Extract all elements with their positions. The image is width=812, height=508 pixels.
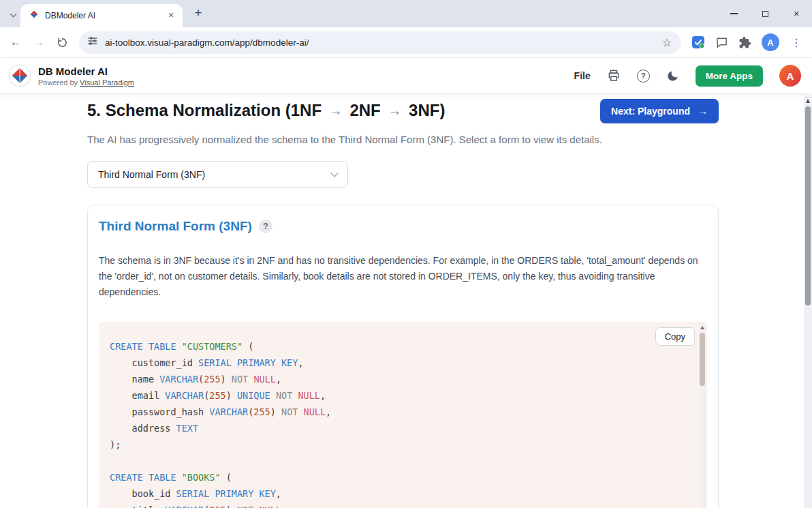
select-value: Third Normal Form (3NF) <box>98 169 205 180</box>
next-playground-button[interactable]: Next: Playground → <box>600 99 719 123</box>
pinned-extension-icon[interactable] <box>687 31 710 54</box>
section-heading: 5. Schema Normalization (1NF → 2NF → 3NF… <box>87 100 445 121</box>
code-scrollbar[interactable] <box>699 323 706 508</box>
maximize-icon <box>762 11 768 17</box>
code-line: CREATE TABLE "CUSTOMERS" ( <box>110 338 687 355</box>
window-close-button[interactable]: × <box>781 0 812 27</box>
url-text: ai-toolbox.visual-paradigm.com/app/dbmod… <box>105 38 661 48</box>
new-tab-button[interactable]: + <box>189 5 207 23</box>
browser-menu-icon[interactable]: ⋮ <box>785 31 808 54</box>
minimize-icon <box>730 13 738 14</box>
card-help-icon[interactable]: ? <box>259 220 272 233</box>
code-line: address TEXT <box>110 420 687 436</box>
card-title: Third Normal Form (3NF) <box>99 219 252 234</box>
card-description: The schema is in 3NF because it's in 2NF… <box>99 253 707 300</box>
browser-tab-strip: DBModeler AI × + × <box>0 0 812 27</box>
back-button[interactable]: ← <box>4 31 27 54</box>
nf-detail-card: Third Normal Form (3NF) ? The schema is … <box>87 205 719 508</box>
dark-mode-icon[interactable] <box>666 70 679 83</box>
chat-bubble-icon[interactable] <box>710 31 733 54</box>
app-header: DB Modeler AI Powered byVisual Paradigm … <box>0 58 812 93</box>
site-favicon-icon <box>29 9 40 23</box>
code-line: title VARCHAR(255) NOT NULL, <box>110 502 687 508</box>
sql-code: CREATE TABLE "CUSTOMERS" ( customer_id S… <box>110 338 687 508</box>
user-avatar[interactable]: A <box>779 65 801 87</box>
file-menu[interactable]: File <box>574 70 591 81</box>
extensions-icon[interactable] <box>733 31 756 54</box>
code-line <box>110 453 687 469</box>
sql-code-block: Copy CREATE TABLE "CUSTOMERS" ( customer… <box>99 322 707 508</box>
browser-window: DBModeler AI × + × ← → ai-toolbox.visual… <box>0 0 812 508</box>
normal-form-select[interactable]: Third Normal Form (3NF) <box>87 161 348 188</box>
print-icon[interactable] <box>607 69 621 83</box>
card-header: Third Normal Form (3NF) ? <box>99 219 707 234</box>
scroll-up-arrow-icon[interactable] <box>806 99 810 103</box>
page-scrollbar-thumb[interactable] <box>805 106 811 305</box>
reload-icon <box>57 37 68 48</box>
url-bar[interactable]: ai-toolbox.visual-paradigm.com/app/dbmod… <box>79 31 681 54</box>
arrow-right-icon: → <box>698 106 708 117</box>
powered-by: Powered byVisual Paradigm <box>38 78 134 87</box>
app-logo <box>8 64 31 87</box>
code-line: CREATE TABLE "BOOKS" ( <box>110 469 687 485</box>
app-title: DB Modeler AI <box>38 65 134 77</box>
tab-close-icon[interactable]: × <box>165 10 177 22</box>
code-line: ); <box>110 436 687 453</box>
next-button-label: Next: Playground <box>611 106 690 117</box>
code-scroll-up-icon[interactable] <box>700 326 704 329</box>
code-line: password_hash VARCHAR(255) NOT NULL, <box>110 404 687 420</box>
help-icon[interactable]: ? <box>637 70 650 83</box>
page-content: 5. Schema Normalization (1NF → 2NF → 3NF… <box>0 93 812 508</box>
active-tab[interactable]: DBModeler AI × <box>20 4 183 27</box>
reload-button[interactable] <box>50 31 74 54</box>
tab-title: DBModeler AI <box>45 11 165 20</box>
code-scrollbar-thumb[interactable] <box>700 333 705 386</box>
forward-button[interactable]: → <box>27 31 50 54</box>
visual-paradigm-link[interactable]: Visual Paradigm <box>80 78 134 87</box>
app-title-block: DB Modeler AI Powered byVisual Paradigm <box>38 65 134 87</box>
code-line: customer_id SERIAL PRIMARY KEY, <box>110 355 687 371</box>
window-minimize-button[interactable] <box>718 0 749 27</box>
browser-toolbar: ← → ai-toolbox.visual-paradigm.com/app/d… <box>0 27 812 58</box>
window-controls: × <box>718 0 812 27</box>
chevron-down-icon <box>10 11 16 18</box>
code-line: email VARCHAR(255) UNIQUE NOT NULL, <box>110 387 687 404</box>
tab-search-chevron-icon[interactable] <box>7 10 18 20</box>
code-line: name VARCHAR(255) NOT NULL, <box>110 371 687 387</box>
browser-profile-avatar[interactable]: A <box>762 33 779 51</box>
window-maximize-button[interactable] <box>749 0 781 27</box>
section-header-row: 5. Schema Normalization (1NF → 2NF → 3NF… <box>87 100 719 123</box>
app-header-actions: File ? More Apps A <box>574 65 804 87</box>
page-scrollbar[interactable] <box>804 95 812 508</box>
site-info-icon[interactable] <box>87 35 98 49</box>
chevron-down-icon <box>330 169 338 177</box>
powered-by-text: Powered by <box>38 78 78 87</box>
more-apps-button[interactable]: More Apps <box>696 65 763 87</box>
copy-button[interactable]: Copy <box>655 327 695 346</box>
code-line: book_id SERIAL PRIMARY KEY, <box>110 485 687 502</box>
section-intro: The AI has progressively normalized the … <box>87 132 619 147</box>
bookmark-star-icon[interactable]: ☆ <box>661 36 673 49</box>
